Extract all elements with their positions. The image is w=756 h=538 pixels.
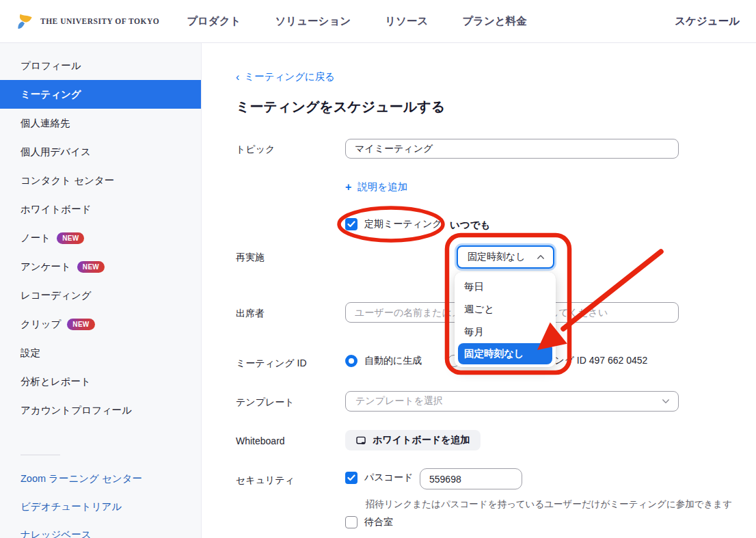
meeting-id-auto-option[interactable]: 自動的に生成 <box>345 355 422 367</box>
sidebar-item-settings[interactable]: 設定 <box>0 338 201 367</box>
chevron-up-icon <box>537 254 545 260</box>
nav-resources[interactable]: リソース <box>385 14 428 29</box>
recurrence-dropdown: 毎日 週ごと 毎月 固定時刻なし <box>455 272 556 367</box>
sidebar-item-meetings[interactable]: ミーティング <box>0 80 201 109</box>
passcode-checkbox[interactable] <box>345 472 357 484</box>
checkbox-check-icon <box>347 221 355 228</box>
checkbox-check-icon <box>347 474 355 481</box>
back-to-meetings-link[interactable]: ‹ ミーティングに戻る <box>236 70 335 83</box>
sidebar-item-contact-center[interactable]: コンタクト センター <box>0 166 201 195</box>
dropdown-option-monthly[interactable]: 毎月 <box>455 321 556 343</box>
template-placeholder: テンプレートを選択 <box>355 395 443 407</box>
ginkgo-leaf-icon <box>16 12 35 31</box>
plus-icon: + <box>345 181 351 193</box>
topic-input[interactable] <box>345 139 679 159</box>
radio-auto-generate[interactable] <box>345 355 357 367</box>
sidebar-item-reports[interactable]: 分析とレポート <box>0 367 201 396</box>
link-knowledge-base[interactable]: ナレッジベース <box>0 521 201 538</box>
recurring-meeting-checkbox[interactable] <box>345 218 357 230</box>
recurrence-select[interactable]: 固定時刻なし <box>457 245 554 269</box>
dropdown-option-weekly[interactable]: 週ごと <box>455 298 556 321</box>
chevron-down-icon <box>662 399 670 404</box>
university-logo[interactable]: THE UNIVERSITY OF TOKYO <box>16 12 159 31</box>
add-whiteboard-button[interactable]: ホワイトボードを追加 <box>345 430 481 450</box>
sidebar-item-profile[interactable]: プロフィール <box>0 51 201 80</box>
top-navigation: プロダクト ソリューション リソース プランと料金 <box>187 14 527 29</box>
schedule-link[interactable]: スケジュール <box>675 14 740 29</box>
security-label: セキュリティ <box>236 474 295 487</box>
sidebar-item-clips[interactable]: クリップ NEW <box>0 310 201 338</box>
top-bar: THE UNIVERSITY OF TOKYO プロダクト ソリューション リソ… <box>0 0 756 43</box>
passcode-label: パスコード <box>364 472 413 484</box>
add-description-link[interactable]: + 説明を追加 <box>345 180 407 193</box>
sidebar: プロフィール ミーティング 個人連絡先 個人用デバイス コンタクト センター ホ… <box>0 43 202 538</box>
sidebar-footer-links: Zoom ラーニング センター ビデオチュートリアル ナレッジベース <box>0 465 201 538</box>
recurrence-selected-value: 固定時刻なし <box>468 251 526 263</box>
sidebar-divider <box>21 455 60 455</box>
waiting-room-checkbox[interactable] <box>345 516 357 528</box>
recurrence-label: 再実施 <box>236 252 265 264</box>
link-video-tutorials[interactable]: ビデオチュートリアル <box>0 493 201 521</box>
sidebar-item-personal-devices[interactable]: 個人用デバイス <box>0 137 201 166</box>
new-badge: NEW <box>67 319 94 330</box>
new-badge: NEW <box>57 232 84 244</box>
nav-plans-pricing[interactable]: プランと料金 <box>462 14 526 29</box>
recurring-schedule-text: いつでも <box>450 219 490 232</box>
sidebar-item-personal-contacts[interactable]: 個人連絡先 <box>0 109 201 137</box>
meeting-id-label: ミーティング ID <box>236 358 307 370</box>
link-learning-center[interactable]: Zoom ラーニング センター <box>0 465 201 493</box>
page-title: ミーティングをスケジュールする <box>236 98 445 116</box>
waiting-room-label: 待合室 <box>364 516 393 528</box>
back-chevron-icon: ‹ <box>236 72 239 82</box>
sidebar-item-whiteboard[interactable]: ホワイトボード <box>0 195 201 224</box>
sidebar-item-account-profile[interactable]: アカウントプロフィール <box>0 396 201 425</box>
recurring-meeting-label: 定期ミーティング <box>364 218 442 230</box>
new-badge: NEW <box>77 261 105 273</box>
nav-solutions[interactable]: ソリューション <box>275 14 351 29</box>
sidebar-item-recordings[interactable]: レコーディング <box>0 281 201 310</box>
logo-text: THE UNIVERSITY OF TOKYO <box>40 17 159 25</box>
recurring-meeting-row: 定期ミーティング <box>345 218 442 230</box>
template-label: テンプレート <box>236 396 295 409</box>
waiting-room-row: 待合室 <box>345 516 393 528</box>
passcode-input[interactable] <box>420 468 522 489</box>
sidebar-item-notes[interactable]: ノート NEW <box>0 224 201 252</box>
dropdown-option-no-fixed-time[interactable]: 固定時刻なし <box>458 343 552 364</box>
passcode-row: パスコード <box>345 472 413 484</box>
passcode-helper-text: 招待リンクまたはパスコードを持っているユーザーだけがミーティングに参加できます <box>366 498 732 511</box>
whiteboard-icon <box>356 436 366 445</box>
dropdown-option-daily[interactable]: 毎日 <box>455 275 556 298</box>
main-content: ‹ ミーティングに戻る ミーティングをスケジュールする トピック + 説明を追加… <box>202 43 756 538</box>
template-select[interactable]: テンプレートを選択 <box>345 391 679 412</box>
topic-label: トピック <box>236 144 275 156</box>
whiteboard-label: Whiteboard <box>236 435 285 446</box>
attendees-label: 出席者 <box>236 308 265 320</box>
nav-products[interactable]: プロダクト <box>187 14 241 29</box>
sidebar-item-surveys[interactable]: アンケート NEW <box>0 252 201 281</box>
